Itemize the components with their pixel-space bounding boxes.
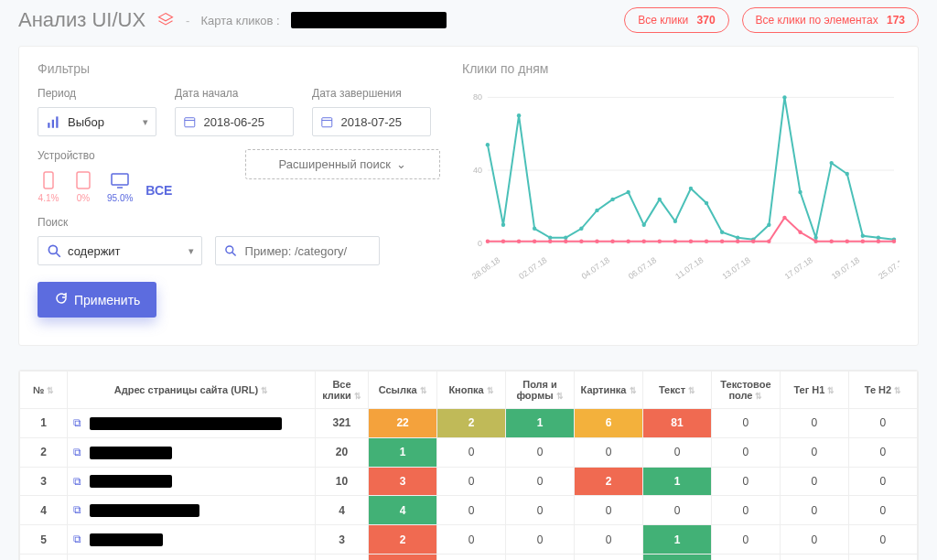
col-button[interactable]: Кнопка⇅ bbox=[437, 372, 506, 409]
svg-rect-5 bbox=[322, 117, 332, 126]
svg-point-61 bbox=[548, 240, 552, 243]
col-num[interactable]: №⇅ bbox=[20, 372, 68, 409]
table-cell: 0 bbox=[848, 409, 917, 438]
external-link-icon[interactable]: ⧉ bbox=[73, 533, 81, 545]
svg-point-73 bbox=[736, 240, 739, 243]
col-all[interactable]: Все клики⇅ bbox=[315, 372, 368, 409]
svg-point-45 bbox=[720, 231, 724, 234]
table-cell: 0 bbox=[711, 467, 780, 496]
external-link-icon[interactable]: ⧉ bbox=[73, 503, 81, 516]
col-form[interactable]: Поля и формы⇅ bbox=[506, 372, 575, 409]
stat-all-clicks-label: Все клики bbox=[638, 14, 688, 27]
row-url[interactable]: ⧉ bbox=[68, 467, 316, 496]
breadcrumb-label: Карта кликов : bbox=[200, 14, 279, 27]
external-link-icon[interactable]: ⧉ bbox=[73, 475, 81, 488]
svg-text:02.07.18: 02.07.18 bbox=[517, 255, 548, 279]
sort-icon: ⇅ bbox=[47, 386, 54, 395]
filters-title: Фильтры bbox=[38, 61, 440, 76]
svg-point-30 bbox=[486, 143, 490, 146]
table-row: 6 ⧉ 3 10001 0 0 0 bbox=[20, 555, 918, 560]
row-url[interactable]: ⧉ bbox=[68, 555, 316, 560]
advanced-search-toggle[interactable]: Расширенный поиск ⌄ bbox=[245, 149, 440, 179]
table-cell: 1 bbox=[643, 525, 712, 555]
layers-icon bbox=[156, 11, 175, 29]
date-start-input[interactable] bbox=[175, 107, 294, 136]
table-cell: 0 bbox=[506, 525, 575, 555]
table-cell: 81 bbox=[643, 409, 712, 438]
breadcrumb-value-redacted bbox=[291, 12, 447, 28]
calendar-icon bbox=[183, 115, 197, 129]
svg-point-65 bbox=[610, 240, 614, 243]
url-redacted bbox=[90, 475, 172, 488]
svg-point-77 bbox=[798, 231, 802, 234]
table-cell: 0 bbox=[437, 555, 506, 560]
search-input-wrapper[interactable] bbox=[215, 236, 380, 265]
date-end-value[interactable] bbox=[339, 114, 423, 130]
svg-text:04.07.18: 04.07.18 bbox=[580, 255, 611, 279]
url-redacted bbox=[90, 447, 172, 459]
table-cell: 0 bbox=[643, 437, 712, 467]
date-end-input[interactable] bbox=[312, 107, 431, 136]
chart-title: Клики по дням bbox=[462, 61, 899, 76]
period-select[interactable]: Выбор bbox=[38, 107, 156, 136]
svg-text:28.06.18: 28.06.18 bbox=[470, 255, 501, 279]
table-cell: 0 bbox=[575, 525, 643, 555]
stat-element-clicks[interactable]: Все клики по элементах 173 bbox=[742, 7, 919, 33]
svg-point-11 bbox=[48, 245, 57, 253]
row-url[interactable]: ⧉ bbox=[68, 496, 316, 525]
stat-all-clicks[interactable]: Все клики 370 bbox=[624, 7, 728, 33]
table-cell: 0 bbox=[575, 555, 643, 560]
table-cell: 2 bbox=[437, 409, 506, 438]
svg-point-32 bbox=[517, 113, 521, 117]
external-link-icon[interactable]: ⧉ bbox=[73, 416, 81, 429]
svg-text:40: 40 bbox=[473, 166, 482, 175]
svg-rect-2 bbox=[56, 116, 58, 127]
row-all: 321 bbox=[315, 409, 368, 438]
col-tf[interactable]: Текстовое поле⇅ bbox=[711, 372, 780, 409]
device-mobile[interactable]: 4.1% bbox=[38, 169, 59, 203]
device-all[interactable]: ВСЕ bbox=[145, 183, 172, 203]
device-desktop[interactable]: 95.0% bbox=[107, 169, 133, 203]
table-cell: 0 bbox=[506, 555, 575, 560]
stat-element-clicks-label: Все клики по элементах bbox=[756, 14, 878, 27]
svg-point-40 bbox=[642, 223, 646, 227]
svg-point-79 bbox=[830, 240, 834, 243]
row-num: 1 bbox=[20, 409, 68, 438]
svg-point-66 bbox=[626, 240, 630, 243]
search-icon bbox=[46, 242, 62, 259]
col-text[interactable]: Текст⇅ bbox=[643, 372, 712, 409]
svg-point-43 bbox=[689, 187, 693, 190]
svg-point-75 bbox=[767, 240, 770, 243]
svg-point-76 bbox=[782, 216, 786, 220]
col-h1[interactable]: Тег H1⇅ bbox=[780, 372, 848, 409]
device-tablet[interactable]: 0% bbox=[72, 169, 94, 203]
apply-button[interactable]: Применить bbox=[38, 282, 156, 318]
chevron-down-icon: ⌄ bbox=[396, 157, 406, 171]
svg-rect-3 bbox=[185, 117, 195, 126]
search-mode-select[interactable]: содержит bbox=[38, 236, 202, 265]
row-all: 3 bbox=[315, 555, 368, 560]
col-h2[interactable]: Те Н2⇅ bbox=[848, 372, 917, 409]
row-url[interactable]: ⧉ bbox=[68, 409, 316, 438]
col-link[interactable]: Ссылка⇅ bbox=[369, 372, 437, 409]
external-link-icon[interactable]: ⧉ bbox=[73, 446, 81, 458]
col-image[interactable]: Картинка⇅ bbox=[575, 372, 643, 409]
row-url[interactable]: ⧉ bbox=[68, 525, 316, 555]
stat-all-clicks-value: 370 bbox=[697, 14, 716, 27]
svg-line-12 bbox=[56, 253, 60, 257]
row-num: 6 bbox=[20, 555, 68, 560]
date-start-value[interactable] bbox=[202, 114, 285, 130]
table-cell: 0 bbox=[506, 496, 575, 525]
search-input[interactable] bbox=[243, 243, 372, 259]
row-url[interactable]: ⧉ bbox=[68, 437, 316, 467]
svg-point-57 bbox=[486, 240, 490, 243]
col-url[interactable]: Адрес страницы сайта (URL)⇅ bbox=[68, 372, 316, 409]
apply-label: Применить bbox=[74, 293, 140, 307]
table-cell: 0 bbox=[848, 496, 917, 525]
row-all: 10 bbox=[315, 467, 368, 496]
device-label: Устройство bbox=[38, 149, 172, 162]
svg-point-82 bbox=[877, 240, 880, 243]
sort-icon: ⇅ bbox=[487, 386, 494, 395]
svg-text:80: 80 bbox=[473, 92, 482, 102]
table-cell: 1 bbox=[643, 555, 712, 560]
